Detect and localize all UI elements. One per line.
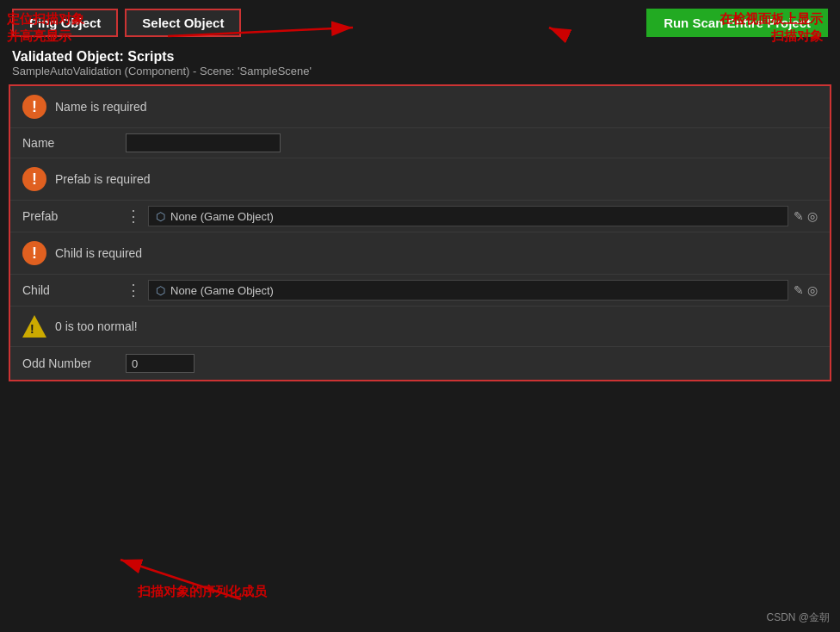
prefab-value: ⬡ None (Game Object)	[148, 206, 788, 226]
select-button[interactable]: Select Object	[125, 9, 241, 37]
warning-row: 0 is too normal!	[10, 307, 830, 347]
warning-text: 0 is too normal!	[55, 319, 138, 333]
prefab-cube-icon: ⬡	[156, 210, 165, 223]
odd-number-label: Odd Number	[22, 356, 126, 370]
prefab-error-icon: !	[22, 167, 46, 191]
name-error-text: Name is required	[55, 100, 147, 114]
prefab-label: Prefab	[22, 209, 126, 223]
name-label: Name	[22, 136, 126, 150]
child-cube-icon: ⬡	[156, 284, 165, 297]
child-label: Child	[22, 283, 126, 297]
prefab-target-icon[interactable]: ◎	[807, 209, 818, 223]
annotation-bottom: 扫描对象的序列化成员	[138, 583, 267, 600]
annotation-top-left: 定位扫描对象并高亮显示	[7, 10, 84, 44]
child-edit-icon[interactable]: ✎	[794, 283, 804, 297]
csdn-credit: CSDN @金朝	[766, 610, 830, 625]
prefab-error-row: ! Prefab is required	[10, 158, 830, 201]
child-field-row: Child ⋮ ⬡ None (Game Object) ✎ ◎	[10, 275, 830, 307]
name-error-icon: !	[22, 95, 46, 119]
child-error-text: Child is required	[55, 246, 142, 260]
warning-icon	[22, 315, 46, 338]
child-target-icon[interactable]: ◎	[807, 283, 818, 297]
prefab-error-text: Prefab is required	[55, 172, 151, 186]
validated-subtitle: SampleAutoValidation (Component) - Scene…	[12, 65, 828, 77]
toolbar: Ping Object Select Object Run Scan Entir…	[0, 0, 840, 46]
name-error-row: ! Name is required	[10, 86, 830, 128]
validated-title: Validated Object: Scripts	[12, 49, 828, 65]
prefab-dots[interactable]: ⋮	[126, 207, 141, 226]
odd-number-input[interactable]	[126, 354, 195, 373]
child-value: ⬡ None (Game Object)	[148, 280, 788, 301]
child-error-icon: !	[22, 241, 46, 265]
prefab-field-row: Prefab ⋮ ⬡ None (Game Object) ✎ ◎	[10, 201, 830, 232]
prefab-value-text: None (Game Object)	[170, 210, 274, 223]
child-dots[interactable]: ⋮	[126, 281, 141, 300]
main-panel: ! Name is required Name ! Prefab is requ…	[9, 84, 831, 381]
odd-number-row: Odd Number	[10, 347, 830, 380]
child-value-text: None (Game Object)	[170, 284, 274, 297]
name-field-row: Name	[10, 128, 830, 158]
validated-header: Validated Object: Scripts SampleAutoVali…	[0, 46, 840, 79]
name-input[interactable]	[126, 133, 281, 152]
annotation-top-right: 在检视面板上显示扫描对象	[720, 10, 823, 44]
prefab-edit-icon[interactable]: ✎	[794, 209, 804, 223]
child-error-row: ! Child is required	[10, 232, 830, 275]
